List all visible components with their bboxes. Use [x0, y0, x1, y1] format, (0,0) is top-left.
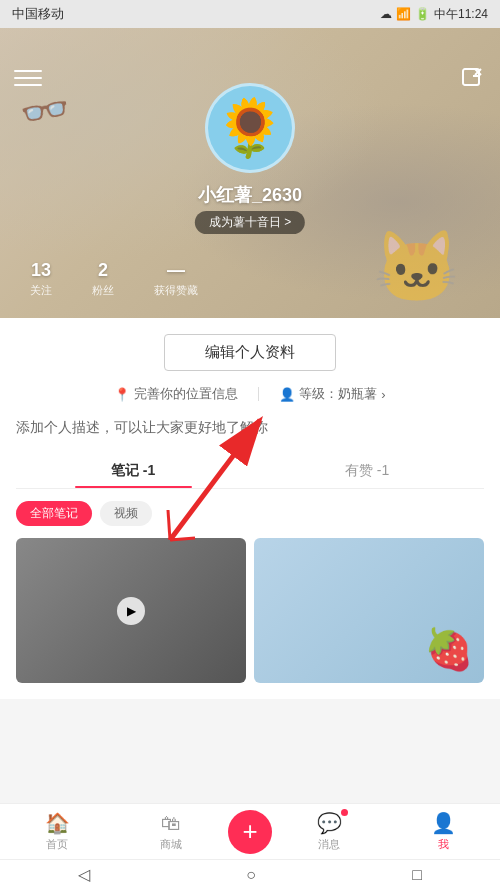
- nav-shop[interactable]: 🛍 商城: [114, 812, 228, 852]
- messages-icon: 💬: [317, 811, 342, 835]
- stat-following[interactable]: 13 关注: [30, 260, 52, 298]
- edit-profile-button[interactable]: 编辑个人资料: [164, 334, 336, 371]
- level-badge[interactable]: 成为薯十音日 >: [195, 211, 305, 234]
- carrier-text: 中国移动: [12, 5, 64, 23]
- level-icon: 👤: [279, 387, 295, 402]
- time-text: 中午11:24: [434, 6, 488, 23]
- location-info[interactable]: 📍 完善你的位置信息: [114, 385, 238, 403]
- grid-item-1[interactable]: ▶: [16, 538, 246, 683]
- location-text: 完善你的位置信息: [134, 385, 238, 403]
- subtab-video[interactable]: 视频: [100, 501, 152, 526]
- tabs-row: 笔记 -1 有赞 -1: [16, 454, 484, 489]
- status-right: ☁ 📶 🔋 中午11:24: [380, 6, 488, 23]
- menu-button[interactable]: [14, 64, 42, 92]
- following-label: 关注: [30, 283, 52, 298]
- avatar-image: 🌻: [215, 100, 285, 156]
- system-bar: ◁ ○ □: [0, 859, 500, 889]
- home-icon: 🏠: [45, 811, 70, 835]
- messages-label: 消息: [318, 837, 340, 852]
- profile-header: 👓 🌻 小红薯_2630 成为薯十音日 > 13 关注 2 粉丝 — 获得赞藏 …: [0, 28, 500, 318]
- me-icon: 👤: [431, 811, 456, 835]
- signal-icon: 📶: [396, 7, 411, 21]
- back-button[interactable]: ◁: [78, 865, 90, 884]
- main-content: 编辑个人资料 📍 完善你的位置信息 👤 等级：奶瓶薯 › 添加个人描述，可以让大…: [0, 318, 500, 699]
- grid-item-2[interactable]: 🍓: [254, 538, 484, 683]
- share-button[interactable]: [458, 64, 486, 92]
- likes-label: 获得赞藏: [154, 283, 198, 298]
- tab-notes[interactable]: 笔记 -1: [16, 454, 250, 488]
- subtabs-row: 全部笔记 视频: [16, 501, 484, 526]
- character-deco: 🍓: [424, 626, 474, 673]
- nav-messages[interactable]: 💬 消息: [272, 811, 386, 852]
- location-icon: 📍: [114, 387, 130, 402]
- level-text: 等级：奶瓶薯: [299, 385, 377, 403]
- fans-label: 粉丝: [92, 283, 114, 298]
- level-arrow-icon: ›: [381, 387, 385, 402]
- following-count: 13: [31, 260, 51, 281]
- tab-liked[interactable]: 有赞 -1: [250, 454, 484, 488]
- wifi-icon: ☁: [380, 7, 392, 21]
- stat-fans[interactable]: 2 粉丝: [92, 260, 114, 298]
- home-button[interactable]: ○: [246, 866, 256, 884]
- bottom-nav: 🏠 首页 🛍 商城 + 💬 消息 👤 我: [0, 803, 500, 859]
- edit-btn-wrap: 编辑个人资料: [16, 334, 484, 371]
- status-bar: 中国移动 ☁ 📶 🔋 中午11:24: [0, 0, 500, 28]
- level-info[interactable]: 👤 等级：奶瓶薯 ›: [279, 385, 385, 403]
- info-divider: [258, 387, 259, 401]
- likes-count: —: [167, 260, 185, 281]
- profile-description[interactable]: 添加个人描述，可以让大家更好地了解你: [16, 417, 484, 438]
- username: 小红薯_2630: [198, 183, 302, 207]
- subtab-all[interactable]: 全部笔记: [16, 501, 92, 526]
- info-row: 📍 完善你的位置信息 👤 等级：奶瓶薯 ›: [16, 385, 484, 403]
- me-label: 我: [438, 837, 449, 852]
- top-nav: [0, 56, 500, 100]
- nav-home[interactable]: 🏠 首页: [0, 811, 114, 852]
- shop-icon: 🛍: [161, 812, 181, 835]
- cat-decoration: 🐱: [373, 226, 460, 308]
- add-icon: +: [242, 816, 257, 847]
- content-grid: ▶ 🍓: [16, 538, 484, 683]
- play-icon: ▶: [117, 597, 145, 625]
- stat-likes[interactable]: — 获得赞藏: [154, 260, 198, 298]
- fans-count: 2: [98, 260, 108, 281]
- nav-add-button[interactable]: +: [228, 810, 272, 854]
- home-label: 首页: [46, 837, 68, 852]
- battery-icon: 🔋: [415, 7, 430, 21]
- nav-me[interactable]: 👤 我: [386, 811, 500, 852]
- shop-label: 商城: [160, 837, 182, 852]
- recent-button[interactable]: □: [412, 866, 422, 884]
